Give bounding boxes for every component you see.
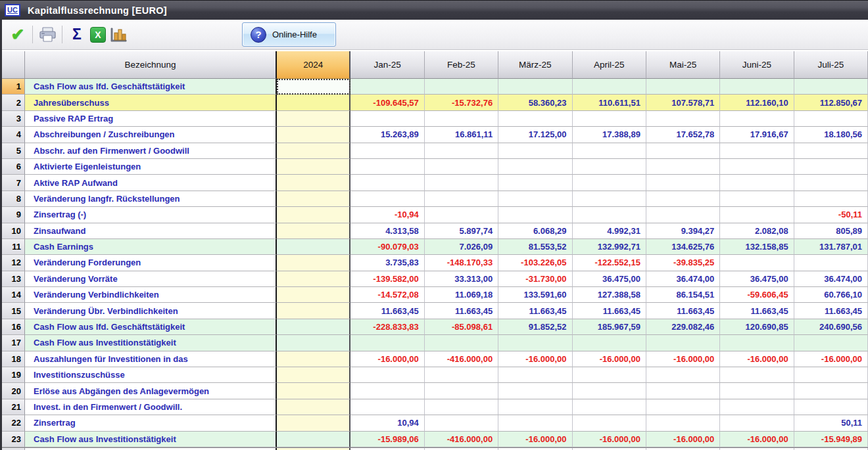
cell-month[interactable]: -16.000,00 xyxy=(720,432,794,447)
cell-month[interactable]: -16.000,00 xyxy=(498,351,572,367)
cell-month[interactable] xyxy=(425,383,498,399)
cell-month[interactable]: 36.474,00 xyxy=(794,271,868,287)
row-number-cell[interactable]: 18 xyxy=(2,351,25,367)
cell-month[interactable] xyxy=(573,367,646,383)
cell-month[interactable] xyxy=(794,159,868,175)
cell-month[interactable] xyxy=(646,383,720,399)
row-number-cell[interactable]: 15 xyxy=(2,303,25,319)
cell-month[interactable] xyxy=(573,399,646,415)
cell-month[interactable] xyxy=(573,383,646,399)
cell-2024[interactable] xyxy=(277,207,350,223)
row-number-cell[interactable]: 5 xyxy=(2,143,25,159)
row-label-cell[interactable]: Zinsertrag xyxy=(25,415,277,431)
online-help-button[interactable]: ? Online-Hilfe xyxy=(242,22,336,47)
cell-month[interactable]: 112.160,10 xyxy=(720,95,794,110)
cell-month[interactable] xyxy=(646,399,720,415)
cell-month[interactable] xyxy=(646,175,720,191)
cell-month[interactable] xyxy=(350,335,424,351)
row-number-cell[interactable]: 6 xyxy=(2,159,25,175)
cell-month[interactable]: 11.663,45 xyxy=(720,303,794,319)
print-button[interactable] xyxy=(37,24,58,46)
cell-month[interactable] xyxy=(720,191,794,207)
cell-month[interactable] xyxy=(646,143,720,159)
cell-month[interactable]: 11.663,45 xyxy=(646,303,720,319)
confirm-button[interactable]: ✔ xyxy=(7,24,28,46)
cell-month[interactable] xyxy=(573,415,646,431)
cell-2024[interactable] xyxy=(277,383,350,399)
row-label-cell[interactable]: Investitionszuschüsse xyxy=(25,367,277,383)
cell-month[interactable] xyxy=(498,415,572,431)
cell-month[interactable] xyxy=(350,159,424,175)
cell-month[interactable]: -15.989,06 xyxy=(350,432,424,447)
cell-month[interactable]: -10,94 xyxy=(350,207,424,223)
cell-month[interactable] xyxy=(794,335,868,351)
cell-month[interactable]: 185.967,59 xyxy=(573,319,646,335)
cell-month[interactable] xyxy=(498,383,572,399)
cell-month[interactable] xyxy=(498,399,572,415)
row-number-cell[interactable]: 13 xyxy=(2,271,25,287)
cell-month[interactable]: 132.158,85 xyxy=(720,239,794,255)
row-number-cell[interactable]: 3 xyxy=(2,111,25,127)
cell-month[interactable] xyxy=(573,207,646,223)
row-label-cell[interactable]: Zinsertrag (-) xyxy=(25,207,277,223)
cell-month[interactable]: 11.663,45 xyxy=(573,303,646,319)
row-label-cell[interactable]: Aktive RAP Aufwand xyxy=(25,175,277,191)
row-number-cell[interactable]: 4 xyxy=(2,127,25,143)
column-header-juni-25[interactable]: Juni-25 xyxy=(720,51,794,79)
cell-month[interactable] xyxy=(646,207,720,223)
cell-month[interactable] xyxy=(425,367,498,383)
cell-month[interactable]: 11.663,45 xyxy=(425,303,498,319)
cell-month[interactable]: 132.992,71 xyxy=(573,239,646,255)
row-label-cell[interactable]: Auszahlungen für Investitionen in das xyxy=(25,351,277,367)
cell-month[interactable]: 112.850,67 xyxy=(794,95,868,110)
cell-month[interactable]: -16.000,00 xyxy=(498,432,572,447)
cell-month[interactable]: -14.572,08 xyxy=(350,287,424,303)
cell-2024[interactable] xyxy=(277,399,350,415)
cell-month[interactable]: 36.475,00 xyxy=(720,271,794,287)
row-label-cell[interactable]: Veränderung Vorräte xyxy=(25,271,277,287)
cell-month[interactable] xyxy=(498,175,572,191)
cell-month[interactable]: 11.663,45 xyxy=(498,303,572,319)
column-header-2024[interactable]: 2024 xyxy=(277,51,350,79)
cell-month[interactable]: 3.735,83 xyxy=(350,255,424,271)
cell-month[interactable] xyxy=(794,399,868,415)
cell-month[interactable]: 17.125,00 xyxy=(498,127,572,143)
cell-month[interactable] xyxy=(425,399,498,415)
cell-month[interactable] xyxy=(646,367,720,383)
cell-2024[interactable] xyxy=(277,335,350,351)
cell-2024[interactable] xyxy=(277,239,350,255)
cell-month[interactable]: -16.000,00 xyxy=(646,432,720,447)
cell-2024[interactable] xyxy=(277,159,350,175)
cell-month[interactable]: -50,11 xyxy=(794,207,868,223)
row-number-cell[interactable]: 23 xyxy=(2,432,25,447)
cell-2024[interactable] xyxy=(277,319,350,335)
cell-2024[interactable] xyxy=(277,175,350,191)
cell-month[interactable]: 134.625,76 xyxy=(646,239,720,255)
cell-month[interactable]: 9.394,27 xyxy=(646,223,720,239)
cell-month[interactable] xyxy=(573,191,646,207)
cell-month[interactable] xyxy=(573,175,646,191)
cell-2024[interactable] xyxy=(277,255,350,271)
cell-month[interactable] xyxy=(498,143,572,159)
cell-month[interactable]: 240.690,56 xyxy=(794,319,868,335)
cell-month[interactable] xyxy=(498,159,572,175)
row-number-cell[interactable]: 16 xyxy=(2,319,25,335)
row-label-cell[interactable]: Passive RAP Ertrag xyxy=(25,111,277,127)
row-label-cell[interactable]: Veränderung Verbindlichkeiten xyxy=(25,287,277,303)
cell-month[interactable]: -416.000,00 xyxy=(425,432,498,447)
cell-month[interactable]: 18.180,56 xyxy=(794,127,868,143)
cell-month[interactable]: -228.833,83 xyxy=(350,319,424,335)
cell-month[interactable] xyxy=(573,79,646,95)
cell-month[interactable]: 11.663,45 xyxy=(794,303,868,319)
cell-month[interactable]: -16.000,00 xyxy=(350,351,424,367)
cell-2024[interactable] xyxy=(277,351,350,367)
cell-month[interactable]: 2.082,08 xyxy=(720,223,794,239)
cell-month[interactable] xyxy=(350,175,424,191)
cell-2024[interactable] xyxy=(277,287,350,303)
row-number-cell[interactable]: 8 xyxy=(2,191,25,207)
export-excel-button[interactable]: X xyxy=(87,24,108,46)
sum-button[interactable]: Σ xyxy=(66,24,87,46)
row-number-cell[interactable]: 7 xyxy=(2,175,25,191)
chart-button[interactable] xyxy=(108,24,130,46)
cell-month[interactable]: -59.606,45 xyxy=(720,287,794,303)
